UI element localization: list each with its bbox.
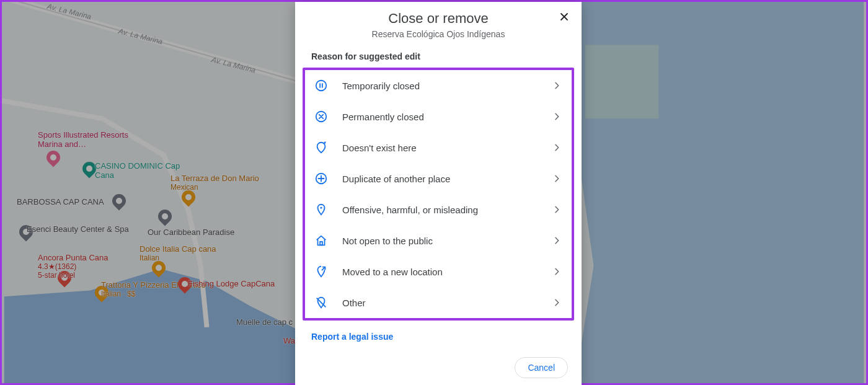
stage: Av. La MarinaAv. La MarinaAv. La Marina … [0,0,868,385]
unknown-pin-icon [314,295,329,310]
option-unpin[interactable]: Doesn't exist here [305,132,572,163]
section-label: Reason for suggested edit [295,45,582,68]
option-label: Not open to the public [342,236,551,246]
report-legal-issue-link[interactable]: Report a legal issue [295,321,582,342]
chevron-right-icon [551,141,563,154]
option-redirect[interactable]: Moved to a new location [305,256,572,287]
unpin-icon [314,140,329,155]
option-label: Other [342,298,551,308]
x-circle-icon [314,109,329,124]
close-or-remove-modal: Close or remove Reserva Ecológica Ojos I… [295,2,582,385]
plus-circle-icon [314,171,329,186]
chevron-right-icon [551,265,563,278]
redirect-icon [314,264,329,279]
option-x-circle[interactable]: Permanently closed [305,101,572,132]
option-house[interactable]: Not open to the public [305,225,572,256]
options-list: Temporarily closedPermanently closedDoes… [303,68,574,321]
close-icon [558,11,570,23]
option-unknown-pin[interactable]: Other [305,287,572,318]
chevron-right-icon [551,110,563,123]
chevron-right-icon [551,79,563,92]
option-alert-pin[interactable]: Offensive, harmful, or misleading [305,194,572,225]
cancel-button[interactable]: Cancel [515,357,568,378]
option-label: Duplicate of another place [342,174,551,184]
chevron-right-icon [551,172,563,185]
option-label: Offensive, harmful, or misleading [342,205,551,215]
close-button[interactable] [556,8,573,25]
option-label: Permanently closed [342,112,551,122]
modal-subtitle: Reserva Ecológica Ojos Indígenas [325,29,552,39]
chevron-right-icon [551,234,563,247]
option-label: Doesn't exist here [342,143,551,153]
alert-pin-icon [314,202,329,217]
modal-title: Close or remove [325,11,552,27]
modal-header: Close or remove Reserva Ecológica Ojos I… [295,2,582,45]
option-label: Moved to a new location [342,267,551,277]
option-plus-circle[interactable]: Duplicate of another place [305,163,572,194]
modal-footer: Cancel [295,348,582,385]
option-pause-circle[interactable]: Temporarily closed [305,70,572,101]
chevron-right-icon [551,203,563,216]
option-label: Temporarily closed [342,81,551,91]
house-icon [314,233,329,248]
chevron-right-icon [551,296,563,309]
pause-circle-icon [314,78,329,93]
